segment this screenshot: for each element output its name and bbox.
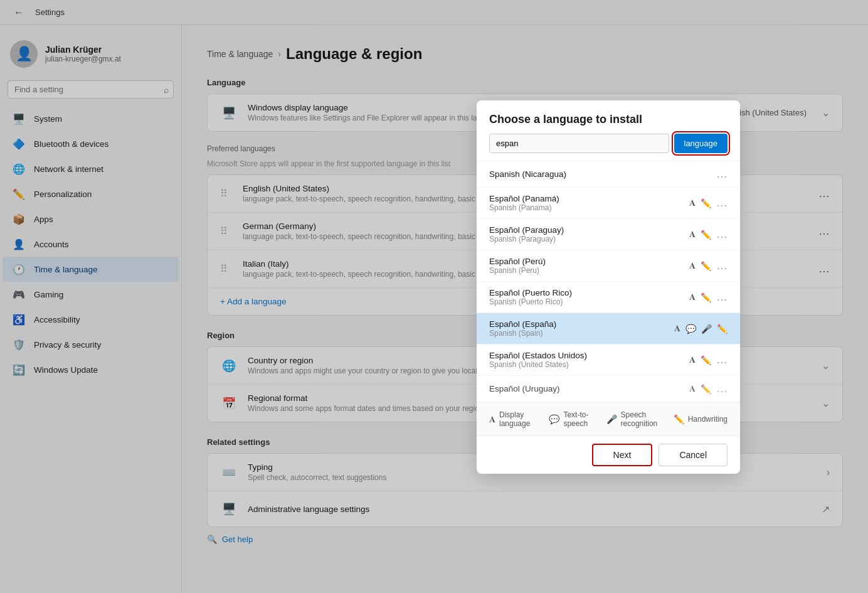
modal-language-list: Spanish (Nicaragua) … Español (Panamá) S…	[477, 161, 740, 402]
more-icon-nicaragua[interactable]: …	[716, 168, 728, 181]
uy-icons: 𝐀 ✏️	[689, 383, 711, 394]
panama-icons: 𝐀 ✏️	[689, 198, 711, 208]
list-item-nicaragua[interactable]: Spanish (Nicaragua) …	[477, 161, 740, 188]
legend-handwriting-icon: ✏️	[674, 414, 684, 424]
item-name-nicaragua: Spanish (Nicaragua)	[489, 169, 711, 179]
legend-display-icon: 𝐀	[489, 414, 495, 425]
font-icon-us: 𝐀	[689, 355, 696, 365]
pr-icons: 𝐀 ✏️	[689, 292, 711, 302]
item-name-paraguay: Español (Paraguay)	[489, 225, 684, 235]
legend-speech: 🎤 Speech recognition	[606, 410, 659, 428]
item-name-uruguay: Español (Uruguay)	[489, 384, 684, 393]
handwriting-icon-us: ✏️	[701, 355, 711, 365]
font-icon-uy: 𝐀	[689, 383, 696, 394]
list-item-peru[interactable]: Español (Perú) Spanish (Peru) 𝐀 ✏️ …	[477, 250, 740, 282]
legend-tts: 💬 Text-to-speech	[549, 410, 591, 428]
paraguay-icons: 𝐀 ✏️	[689, 229, 711, 240]
choose-language-modal: Choose a language to install language Sp…	[477, 100, 740, 474]
legend-speech-icon: 🎤	[606, 414, 617, 424]
more-icon-peru[interactable]: …	[716, 259, 728, 272]
item-name-puerto-rico: Español (Puerto Rico)	[489, 288, 684, 297]
modal-overlay[interactable]: Choose a language to install language Sp…	[0, 0, 868, 593]
next-button[interactable]: Next	[592, 444, 653, 466]
item-eng-spain: Spanish (Spain)	[489, 329, 669, 338]
handwriting-icon-es: ✏️	[717, 324, 728, 334]
peru-icons: 𝐀 ✏️	[689, 260, 711, 271]
mic-icon-es: 🎤	[701, 324, 712, 334]
handwriting-icon-uy: ✏️	[701, 384, 711, 394]
item-name-spain: Español (España)	[489, 319, 669, 329]
more-icon-uy[interactable]: …	[716, 382, 728, 395]
item-name-panama: Español (Panamá)	[489, 194, 684, 203]
legend-tts-label: Text-to-speech	[563, 410, 591, 428]
list-item-spain[interactable]: Español (España) Spanish (Spain) 𝐀 💬 🎤 ✏…	[477, 313, 740, 345]
more-icon-paraguay[interactable]: …	[716, 228, 728, 241]
handwriting-icon-pe: ✏️	[701, 261, 711, 271]
list-item-us[interactable]: Español (Estados Unidos) Spanish (United…	[477, 345, 740, 376]
list-item-paraguay[interactable]: Español (Paraguay) Spanish (Paraguay) 𝐀 …	[477, 219, 740, 250]
item-eng-us: Spanish (United States)	[489, 360, 684, 369]
font-icon-pr: 𝐀	[689, 292, 696, 302]
legend-handwriting-label: Handwriting	[688, 415, 728, 424]
more-icon-panama[interactable]: …	[716, 196, 728, 210]
modal-search-row: language	[477, 134, 740, 161]
us-icons: 𝐀 ✏️	[689, 355, 711, 365]
font-icon: 𝐀	[689, 198, 696, 208]
font-icon-es: 𝐀	[674, 323, 680, 334]
handwriting-icon-py: ✏️	[701, 230, 711, 240]
legend-tts-icon: 💬	[549, 414, 559, 424]
modal-search-input[interactable]	[489, 134, 669, 153]
modal-add-language-button[interactable]: language	[674, 134, 728, 153]
item-eng-panama: Spanish (Panama)	[489, 203, 684, 212]
spain-icons: 𝐀 💬 🎤 ✏️	[674, 323, 728, 334]
font-icon-py: 𝐀	[689, 229, 696, 240]
more-icon-pr[interactable]: …	[716, 291, 728, 304]
list-item-puerto-rico[interactable]: Español (Puerto Rico) Spanish (Puerto Ri…	[477, 282, 740, 313]
item-eng-puerto-rico: Spanish (Puerto Rico)	[489, 297, 684, 306]
handwriting-icon: ✏️	[701, 198, 711, 208]
cancel-button[interactable]: Cancel	[659, 444, 728, 466]
modal-legend: 𝐀 Display language 💬 Text-to-speech 🎤 Sp…	[477, 402, 740, 435]
item-eng-paraguay: Spanish (Paraguay)	[489, 235, 684, 243]
handwriting-icon-pr: ✏️	[701, 292, 711, 302]
speech-icon-es: 💬	[685, 324, 696, 334]
list-item-uruguay[interactable]: Español (Uruguay) 𝐀 ✏️ …	[477, 376, 740, 402]
legend-handwriting: ✏️ Handwriting	[674, 410, 728, 428]
more-icon-us[interactable]: …	[716, 353, 728, 366]
list-item-panama[interactable]: Español (Panamá) Spanish (Panama) 𝐀 ✏️ …	[477, 188, 740, 219]
item-eng-peru: Spanish (Peru)	[489, 266, 684, 275]
legend-display-lang: 𝐀 Display language	[489, 410, 534, 428]
item-name-peru: Español (Perú)	[489, 257, 684, 266]
modal-footer: Next Cancel	[477, 435, 740, 474]
font-icon-pe: 𝐀	[689, 260, 696, 271]
legend-display-label: Display language	[499, 410, 534, 428]
legend-speech-label: Speech recognition	[621, 410, 659, 428]
modal-title: Choose a language to install	[477, 100, 740, 134]
item-name-us: Español (Estados Unidos)	[489, 351, 684, 360]
